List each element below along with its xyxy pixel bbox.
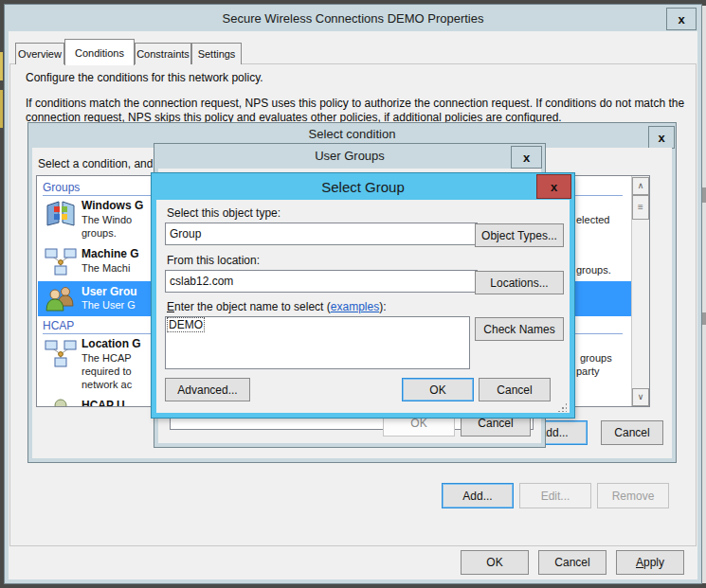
background-sliver-bar	[702, 312, 706, 325]
apply-button[interactable]: Apply	[616, 550, 684, 575]
location-groups-icon	[45, 340, 77, 368]
select-group-cancel-button[interactable]: Cancel	[479, 378, 551, 401]
scroll-down-icon[interactable]: ∨	[632, 388, 649, 406]
close-icon[interactable]: x	[648, 126, 675, 149]
apply-label-accel: A	[636, 556, 643, 569]
add-condition-button[interactable]: Add...	[442, 483, 514, 508]
desktop-left-accent-2	[0, 90, 3, 128]
row-desc-fragment: elected	[576, 214, 609, 225]
row-desc: The HCAP	[81, 352, 132, 364]
row-desc: The Windo	[81, 214, 132, 225]
group-header-groups: Groups	[43, 181, 80, 194]
row-desc-fragment: groups	[580, 352, 612, 364]
row-desc: groups.	[81, 227, 117, 239]
select-condition-cancel-button[interactable]: Cancel	[601, 420, 663, 445]
background-sliver-bar	[702, 187, 706, 203]
select-group-dialog: Select Group x Select this object type: …	[152, 173, 574, 418]
row-title: Windows G	[81, 199, 143, 212]
row-desc-fragment: party	[576, 365, 599, 377]
intro-text: Configure the conditions for this networ…	[26, 71, 263, 84]
cancel-button[interactable]: Cancel	[538, 550, 606, 575]
user-groups-icon	[45, 283, 77, 314]
row-desc: The Machi	[81, 262, 130, 274]
group-header-hcap: HCAP	[43, 319, 74, 332]
row-desc: The User G	[81, 299, 136, 311]
ok-button[interactable]: OK	[461, 550, 529, 575]
examples-link[interactable]: examples	[331, 300, 379, 313]
select-group-ok-button[interactable]: OK	[402, 378, 474, 401]
remove-condition-button[interactable]: Remove	[597, 483, 669, 508]
object-type-label: Select this object type:	[167, 206, 281, 220]
background-window-sliver	[702, 6, 706, 583]
location-field[interactable]: cslab12.com	[165, 270, 478, 293]
row-title: Machine G	[81, 247, 139, 260]
row-title: HCAP U	[81, 399, 125, 407]
close-icon[interactable]: x	[666, 8, 697, 30]
object-name-label: Enter the object name to select (example…	[167, 300, 386, 313]
tab-settings-label: Settings	[198, 48, 236, 60]
user-groups-title: User Groups	[154, 149, 545, 163]
select-condition-title: Select condition	[28, 127, 676, 141]
screenshot-root: Secure Wireless Connections DEMO Propert…	[0, 0, 706, 588]
tab-conditions-label: Conditions	[75, 47, 124, 59]
object-name-value: DEMO	[168, 318, 204, 331]
windows-groups-icon	[45, 200, 77, 226]
tab-conditions[interactable]: Conditions	[64, 39, 135, 65]
tab-overview-label: Overview	[18, 48, 62, 60]
hcap-user-groups-icon	[45, 398, 77, 407]
machine-groups-icon	[45, 248, 77, 276]
object-types-button[interactable]: Object Types...	[475, 223, 564, 247]
desktop-left-accent	[0, 52, 3, 80]
location-label: From this location:	[167, 254, 260, 267]
object-name-textarea[interactable]: DEMO	[165, 316, 470, 369]
object-name-label-close: ):	[379, 300, 386, 313]
tab-constraints-label: Constraints	[136, 48, 190, 60]
row-desc-fragment: groups.	[576, 264, 611, 276]
row-title: User Grou	[81, 285, 137, 298]
policy-paragraph-line1: If conditions match the connection reque…	[26, 97, 684, 110]
apply-label-rest: pply	[643, 556, 664, 569]
scrollbar-thumb[interactable]: ≡	[632, 195, 649, 220]
tab-constraints[interactable]: Constraints	[135, 43, 191, 64]
tab-settings[interactable]: Settings	[191, 43, 242, 64]
row-desc: network ac	[81, 379, 132, 390]
advanced-button[interactable]: Advanced...	[165, 378, 250, 401]
policy-paragraph-line2: connection request, NPS skips this polic…	[26, 111, 562, 124]
locations-button[interactable]: Locations...	[475, 271, 564, 294]
scroll-up-icon[interactable]: ∧	[632, 177, 649, 195]
edit-condition-button[interactable]: Edit...	[519, 483, 591, 508]
close-icon[interactable]: x	[511, 146, 542, 169]
object-name-label-rest: nter the object name to select (	[174, 300, 331, 313]
close-icon[interactable]: x	[536, 174, 571, 199]
tab-overview[interactable]: Overview	[15, 43, 64, 64]
window-title: Secure Wireless Connections DEMO Propert…	[5, 11, 701, 26]
object-name-label-accel: E	[167, 300, 174, 313]
select-group-title: Select Group	[152, 179, 574, 195]
row-title: Location G	[81, 337, 141, 350]
check-names-button[interactable]: Check Names	[475, 317, 564, 341]
row-desc: required to	[81, 365, 132, 377]
object-type-field[interactable]: Group	[165, 223, 478, 245]
select-condition-instruction: Select a condition, and th	[38, 157, 166, 170]
